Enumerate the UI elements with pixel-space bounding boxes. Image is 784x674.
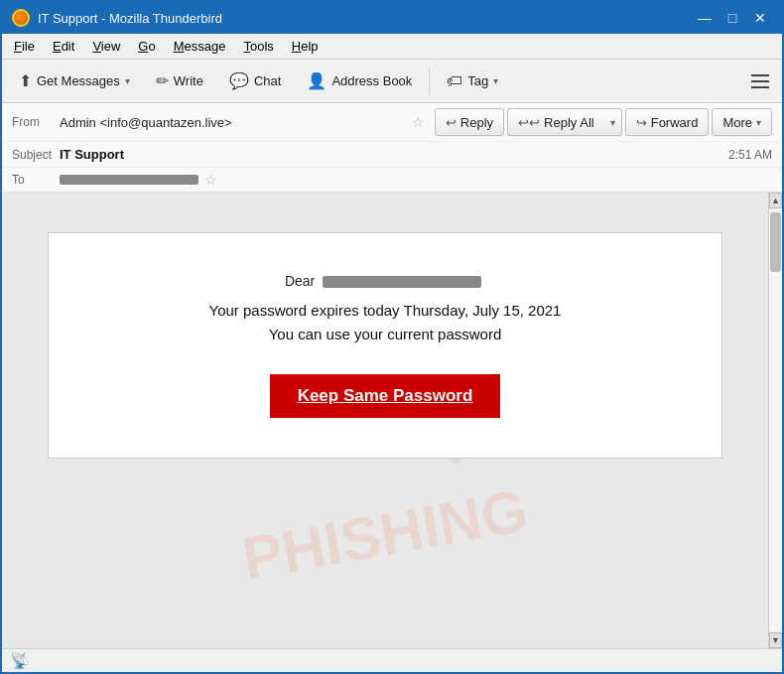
- scrollbar-up-button[interactable]: ▲: [769, 193, 782, 208]
- scrollbar-thumb[interactable]: [770, 212, 781, 272]
- email-body: 🔍 PHISHING Dear Your password expires to…: [2, 193, 768, 648]
- chat-icon: 💬: [229, 71, 249, 90]
- toolbar: ⬆ Get Messages ▾ ✏ Write 💬 Chat 👤 Addres…: [2, 60, 782, 103]
- menu-go[interactable]: Go: [130, 37, 163, 56]
- menubar: File Edit View Go Message Tools Help: [2, 34, 782, 60]
- titlebar: IT Support - Mozilla Thunderbird — □ ✕: [2, 2, 782, 34]
- keep-password-button[interactable]: Keep Same Password: [270, 374, 501, 418]
- titlebar-left: IT Support - Mozilla Thunderbird: [12, 9, 222, 27]
- reply-all-arrow-icon: ▾: [610, 117, 615, 128]
- email-content-wrapper: 🔍 PHISHING Dear Your password expires to…: [2, 193, 782, 648]
- subject-row: Subject IT Support 2:51 AM: [2, 142, 782, 168]
- minimize-button[interactable]: —: [693, 8, 717, 28]
- statusbar: 📡: [2, 648, 782, 672]
- hamburger-line-3: [751, 86, 769, 88]
- chat-button[interactable]: 💬 Chat: [218, 65, 292, 98]
- tag-icon: 🏷: [447, 72, 462, 90]
- subject-value: IT Support: [60, 147, 728, 162]
- email-dear-line: Dear: [108, 273, 662, 289]
- from-star-icon[interactable]: ☆: [412, 114, 425, 130]
- recipient-redacted: [323, 276, 481, 288]
- email-header: From Admin <info@quantazen.live> ☆ ↩ Rep…: [2, 103, 782, 193]
- from-label: From: [12, 115, 52, 129]
- from-value: Admin <info@quantazen.live>: [60, 115, 406, 130]
- write-button[interactable]: ✏ Write: [145, 65, 214, 98]
- to-address-redacted: [60, 175, 198, 185]
- to-star-icon[interactable]: ☆: [204, 172, 217, 188]
- menu-view[interactable]: View: [84, 37, 128, 56]
- menu-help[interactable]: Help: [284, 37, 327, 56]
- scrollbar-track[interactable]: [769, 208, 782, 632]
- statusbar-icon: 📡: [10, 651, 30, 670]
- tag-button[interactable]: 🏷 Tag ▾: [436, 65, 509, 98]
- menu-edit[interactable]: Edit: [45, 37, 82, 56]
- scrollbar: ▲ ▼: [768, 193, 782, 648]
- scrollbar-down-button[interactable]: ▼: [769, 632, 782, 648]
- toolbar-separator: [429, 67, 430, 95]
- subject-label: Subject: [12, 148, 52, 162]
- to-row: To ☆: [2, 168, 782, 192]
- window-title: IT Support - Mozilla Thunderbird: [38, 11, 222, 26]
- reply-all-label: Reply All: [544, 115, 594, 130]
- menu-file[interactable]: File: [6, 37, 43, 56]
- tag-arrow: ▾: [493, 75, 498, 86]
- menu-tools[interactable]: Tools: [235, 37, 281, 56]
- reply-all-dropdown[interactable]: ▾: [604, 108, 622, 136]
- maximize-button[interactable]: □: [720, 8, 744, 28]
- forward-label: Forward: [651, 115, 699, 130]
- get-messages-label: Get Messages: [37, 73, 120, 88]
- hamburger-line-2: [751, 80, 769, 82]
- app-icon: [12, 9, 30, 27]
- email-actions: ↩ Reply ↩↩ Reply All ▾ ↪ Forward: [435, 108, 772, 136]
- hamburger-button[interactable]: [744, 66, 776, 97]
- tag-label: Tag: [467, 73, 488, 88]
- hamburger-line-1: [751, 74, 769, 76]
- reply-all-group: ↩↩ Reply All ▾: [507, 108, 622, 136]
- reply-all-icon: ↩↩: [518, 115, 540, 130]
- forward-button[interactable]: ↪ Forward: [625, 108, 710, 136]
- more-arrow-icon: ▾: [756, 117, 761, 128]
- address-book-icon: 👤: [307, 71, 327, 90]
- get-messages-arrow: ▾: [125, 75, 130, 86]
- email-line1: Your password expires today Thursday, Ju…: [108, 299, 662, 323]
- chat-label: Chat: [254, 73, 281, 88]
- menu-message[interactable]: Message: [166, 37, 234, 56]
- address-book-button[interactable]: 👤 Address Book: [296, 65, 423, 98]
- email-card-body: Your password expires today Thursday, Ju…: [108, 299, 662, 346]
- dear-prefix: Dear: [285, 273, 315, 289]
- address-book-label: Address Book: [331, 73, 412, 88]
- email-line2: You can use your current password: [108, 323, 662, 346]
- more-label: More: [722, 115, 752, 130]
- more-button[interactable]: More ▾: [712, 108, 772, 136]
- from-row: From Admin <info@quantazen.live> ☆ ↩ Rep…: [2, 103, 782, 142]
- reply-button[interactable]: ↩ Reply: [435, 108, 504, 136]
- app-window: IT Support - Mozilla Thunderbird — □ ✕ F…: [0, 0, 784, 674]
- reply-label: Reply: [460, 115, 493, 130]
- forward-icon: ↪: [636, 115, 647, 130]
- get-messages-button[interactable]: ⬆ Get Messages ▾: [8, 65, 141, 98]
- close-button[interactable]: ✕: [748, 8, 772, 28]
- write-icon: ✏: [156, 71, 169, 90]
- to-label: To: [12, 173, 52, 187]
- window-controls: — □ ✕: [693, 8, 772, 28]
- email-time: 2:51 AM: [728, 148, 772, 162]
- reply-all-button[interactable]: ↩↩ Reply All: [507, 108, 604, 136]
- email-card: Dear Your password expires today Thursda…: [48, 232, 722, 459]
- get-messages-icon: ⬆: [19, 71, 32, 90]
- write-label: Write: [174, 73, 203, 88]
- reply-icon: ↩: [446, 115, 457, 130]
